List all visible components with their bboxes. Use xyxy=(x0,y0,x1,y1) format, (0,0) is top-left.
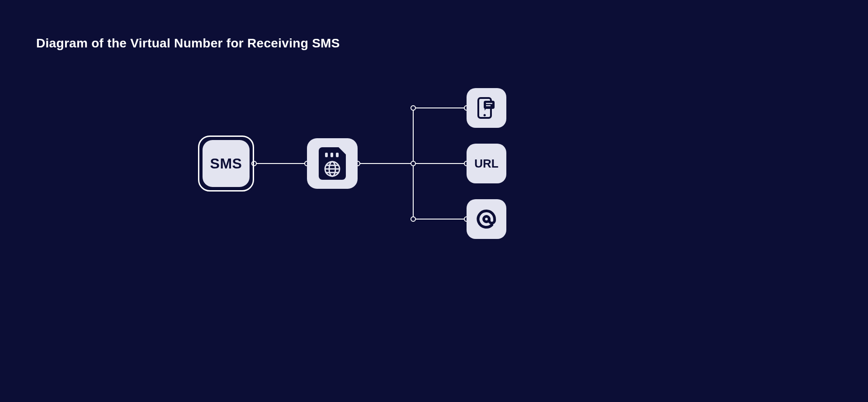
connector-lines xyxy=(0,0,868,402)
phone-node xyxy=(467,88,506,128)
phone-message-icon xyxy=(477,97,495,119)
svg-point-14 xyxy=(484,114,486,117)
sms-node: SMS xyxy=(203,140,250,187)
svg-rect-5 xyxy=(325,153,328,157)
svg-rect-6 xyxy=(330,153,333,157)
at-icon xyxy=(476,208,497,230)
connector-dot xyxy=(410,161,416,166)
url-label: URL xyxy=(474,157,498,171)
connector-dot xyxy=(410,105,416,111)
svg-rect-15 xyxy=(484,101,495,109)
svg-point-18 xyxy=(484,216,489,222)
svg-rect-7 xyxy=(336,153,339,157)
sim-node xyxy=(307,138,358,189)
sim-globe-icon xyxy=(319,147,346,180)
url-node: URL xyxy=(467,144,506,183)
connector-dot xyxy=(410,216,416,222)
sms-label: SMS xyxy=(210,155,242,172)
email-node xyxy=(467,199,506,239)
